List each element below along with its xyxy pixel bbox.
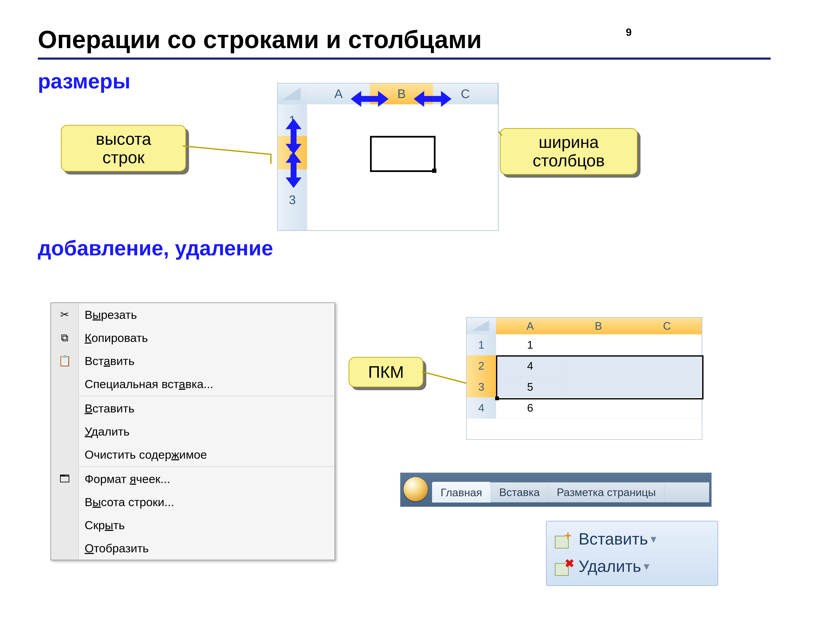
grid-corner[interactable] [278,84,308,105]
col-header-b[interactable]: B [564,317,633,335]
delete-cells-icon [552,556,575,577]
row-header-3[interactable]: 3 [467,376,496,398]
ctx-row-height[interactable]: Высота строки... [51,490,335,513]
col-header-c[interactable]: C [633,317,702,335]
ctx-paste-special[interactable]: Специальная вставка... [51,372,335,395]
cell[interactable] [564,334,633,355]
callout-row-height-pointer [183,136,288,167]
tab-home[interactable]: Главная [432,482,491,502]
delete-cells-label: Удалить [579,557,641,576]
cell[interactable] [307,169,370,230]
tab-page-layout[interactable]: Разметка страницы [548,482,665,502]
callout-row-height-line1: высота [96,129,151,148]
insert-cells-icon [552,528,575,549]
ctx-cut[interactable]: ✂ Вырезать [51,303,335,326]
cell-a1[interactable]: 1 [496,334,564,355]
ctx-copy[interactable]: ⧉ Копировать [51,326,335,349]
ctx-clear-contents[interactable]: Очистить содержимое [51,443,335,466]
grid-corner[interactable] [467,317,496,335]
context-menu: ✂ Вырезать ⧉ Копировать 📋 Вставить Специ… [51,302,335,560]
col-header-a[interactable]: A [496,317,564,335]
insert-cells-button[interactable]: Вставить ▾ [552,525,712,553]
copy-icon: ⧉ [57,330,72,345]
dropdown-arrow-icon[interactable]: ▾ [651,532,657,546]
section-add-delete-heading: добавление, удаление [38,236,802,260]
ctx-hide[interactable]: Скрыть [51,513,335,537]
cell[interactable] [433,104,498,136]
slide-title: Операции со строками и столбцами [38,25,802,54]
callout-col-width: ширина столбцов [500,128,638,175]
cell[interactable] [307,104,370,136]
cells-group: Вставить ▾ Удалить ▾ [546,521,718,586]
callout-col-width-line1: ширина [538,133,599,152]
ctx-insert[interactable]: Вставить [51,397,335,420]
tab-insert[interactable]: Вставка [491,482,548,502]
paste-icon: 📋 [57,354,72,368]
delete-cells-button[interactable]: Удалить ▾ [552,553,712,580]
separator [79,396,335,396]
ctx-paste[interactable]: 📋 Вставить [51,349,335,372]
ctx-unhide[interactable]: Отобразить [51,537,335,560]
row-header-4[interactable]: 4 [467,397,496,418]
tab-bar: Главная Вставка Разметка страницы [432,482,709,502]
cell[interactable] [433,169,498,230]
ribbon-tabs: Главная Вставка Разметка страницы [400,472,712,507]
cell[interactable] [633,397,702,418]
format-cells-icon: 🗔 [57,471,72,486]
cell-a4[interactable]: 6 [496,397,564,418]
cell[interactable] [307,136,370,170]
callout-rmb-label: ПКМ [368,363,404,381]
insert-cells-label: Вставить [579,529,648,548]
scissors-icon: ✂ [57,307,72,322]
separator [79,466,335,467]
cell[interactable] [370,169,433,230]
callout-col-width-line2: столбцов [533,151,605,170]
row-header-1[interactable]: 1 [467,334,496,355]
slide: 9 Операции со строками и столбцами разме… [38,25,802,605]
page-number: 9 [626,26,632,38]
dropdown-arrow-icon[interactable]: ▾ [644,559,649,573]
row-selection-border [496,355,704,399]
grid-data: A B C 1 2 3 4 1 4 5 6 [466,317,702,440]
ctx-format-cells[interactable]: 🗔 Формат ячеек... [51,467,335,490]
selected-cell[interactable] [370,136,436,172]
callout-row-height: высота строк [61,125,186,172]
cell[interactable] [564,397,633,418]
office-button-icon[interactable] [404,477,428,501]
cell[interactable] [633,334,702,355]
callout-row-height-line2: строк [103,148,145,167]
cell[interactable] [370,104,433,136]
title-rule [38,58,771,60]
cell[interactable] [433,136,498,170]
callout-rmb: ПКМ [349,357,423,387]
row-header-2[interactable]: 2 [467,355,496,377]
ctx-delete[interactable]: Удалить [51,420,335,443]
